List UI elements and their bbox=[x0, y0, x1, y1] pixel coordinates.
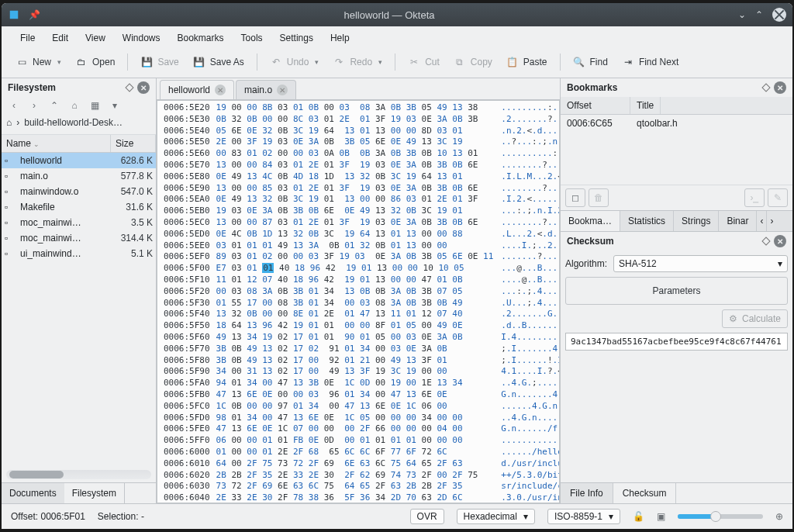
copy-icon: ⧉ bbox=[454, 56, 466, 68]
menu-edit[interactable]: Edit bbox=[44, 29, 76, 47]
file-row[interactable]: ▫moc_mainwi…3.5 K bbox=[2, 215, 156, 230]
tab-documents[interactable]: Documents bbox=[2, 483, 64, 503]
save-icon: 💾 bbox=[140, 56, 153, 68]
hash-output[interactable]: 9ac1347bad55167acbefbee95ce9f4c8c67f4476… bbox=[565, 333, 788, 351]
app-icon bbox=[8, 9, 20, 21]
zoom-slider[interactable] bbox=[678, 514, 763, 519]
file-icon: ▫ bbox=[5, 171, 16, 181]
undo-icon: ↶ bbox=[270, 56, 282, 68]
hex-editor[interactable]: 0006:5E20 0006:5E30 0006:5E40 0006:5E50 … bbox=[157, 100, 560, 503]
nav-back-icon[interactable]: ‹ bbox=[8, 100, 20, 111]
tab-statistics[interactable]: Statistics bbox=[620, 211, 674, 231]
file-row[interactable]: ▫ui_mainwind…5.1 K bbox=[2, 246, 156, 261]
menu-bookmarks[interactable]: Bookmarks bbox=[170, 29, 232, 47]
file-icon: ▫ bbox=[5, 248, 16, 259]
file-row[interactable]: ▫mainwindow.o547.0 K bbox=[2, 184, 156, 199]
col-name[interactable]: Name ⌄ bbox=[2, 135, 111, 152]
tab-filesystem[interactable]: Filesystem bbox=[64, 483, 125, 503]
status-ovr[interactable]: OVR bbox=[410, 509, 444, 524]
menubar: File Edit View Windows Bookmarks Tools S… bbox=[2, 26, 792, 50]
tab-strings[interactable]: Strings bbox=[674, 211, 719, 231]
detach-icon[interactable] bbox=[761, 237, 770, 245]
file-row[interactable]: ▫moc_mainwi…314.4 K bbox=[2, 230, 156, 246]
bookmark-delete-icon[interactable]: 🗑 bbox=[589, 188, 609, 207]
nav-up-icon[interactable]: ⌃ bbox=[48, 100, 60, 111]
algorithm-select[interactable]: SHA-512▾ bbox=[613, 255, 788, 272]
calculate-button[interactable]: ⚙Calculate bbox=[722, 309, 788, 328]
close-tab-icon[interactable]: ✕ bbox=[215, 85, 226, 95]
find-button[interactable]: 🔍Find bbox=[567, 53, 614, 71]
tab-file-info[interactable]: File Info bbox=[561, 483, 613, 503]
pin-icon[interactable]: 📌 bbox=[28, 9, 40, 21]
statusbar: Offset: 0006:5F01 Selection: - OVR Hexad… bbox=[2, 503, 792, 529]
close-pane-icon[interactable]: ✕ bbox=[137, 81, 150, 94]
tab-main-o[interactable]: main.o✕ bbox=[236, 80, 296, 99]
cut-button[interactable]: ✂Cut bbox=[402, 53, 446, 71]
bookmark-goto-icon[interactable]: ›⎯ bbox=[744, 188, 765, 207]
bookmark-edit-icon[interactable]: ✎ bbox=[768, 188, 788, 207]
menu-settings[interactable]: Settings bbox=[272, 29, 321, 47]
maximize-icon[interactable]: ⌃ bbox=[755, 9, 763, 20]
file-icon: ▫ bbox=[5, 155, 16, 166]
menu-help[interactable]: Help bbox=[323, 29, 357, 47]
nav-menu-icon[interactable]: ▾ bbox=[109, 100, 121, 111]
new-button[interactable]: ▭New▾ bbox=[9, 53, 67, 71]
close-icon[interactable] bbox=[772, 8, 786, 22]
algorithm-label: Algorithm: bbox=[565, 258, 607, 269]
new-icon: ▭ bbox=[16, 56, 28, 68]
detach-icon[interactable] bbox=[761, 83, 770, 92]
status-selection: Selection: - bbox=[98, 511, 144, 522]
search-icon: 🔍 bbox=[573, 56, 585, 68]
close-pane-icon[interactable]: ✕ bbox=[774, 81, 786, 94]
tab-checksum[interactable]: Checksum bbox=[613, 483, 677, 503]
chevron-down-icon: ▾ bbox=[778, 258, 782, 269]
tab-helloworld[interactable]: helloworld✕ bbox=[160, 80, 234, 99]
tab-scroll-left[interactable]: ‹ bbox=[757, 211, 767, 231]
open-button[interactable]: 🗀Open bbox=[69, 53, 121, 71]
charset-select[interactable]: ISO-8859-1▾ bbox=[547, 509, 620, 524]
minimize-icon[interactable]: ⌄ bbox=[738, 9, 746, 20]
menu-windows[interactable]: Windows bbox=[115, 29, 168, 47]
paste-button[interactable]: 📋Paste bbox=[500, 53, 554, 71]
redo-button[interactable]: ↷Redo▾ bbox=[326, 53, 388, 71]
col-size[interactable]: Size bbox=[111, 135, 156, 152]
save-button[interactable]: 💾Save bbox=[134, 53, 185, 71]
file-icon: ▫ bbox=[5, 186, 16, 197]
detach-icon[interactable] bbox=[125, 83, 133, 92]
nav-fwd-icon[interactable]: › bbox=[28, 100, 40, 111]
save-as-icon: 💾 bbox=[193, 56, 205, 68]
col-offset[interactable]: Offset bbox=[561, 97, 630, 114]
close-tab-icon[interactable]: ✕ bbox=[277, 85, 288, 95]
titlebar: 📌 helloworld — Okteta ⌄ ⌃ bbox=[2, 3, 792, 26]
file-row[interactable]: ▫main.o577.8 K bbox=[2, 168, 156, 184]
file-row[interactable]: ▫helloworld628.6 K bbox=[2, 153, 156, 168]
find-next-button[interactable]: ⇥Find Next bbox=[616, 53, 685, 71]
copy-button[interactable]: ⧉Copy bbox=[447, 53, 499, 71]
coding-select[interactable]: Hexadecimal▾ bbox=[457, 509, 535, 524]
tab-scroll-right[interactable]: › bbox=[767, 211, 776, 231]
nav-view-icon[interactable]: ▦ bbox=[88, 100, 101, 111]
zoom-reset-icon[interactable]: ⊕ bbox=[775, 511, 783, 522]
breadcrumb[interactable]: build-helloworld-Desk… bbox=[24, 117, 123, 128]
bookmark-row[interactable]: 0006:6C65 qtoolbar.h bbox=[561, 115, 792, 132]
fit-icon[interactable]: ▣ bbox=[657, 511, 665, 522]
menu-view[interactable]: View bbox=[78, 29, 113, 47]
tab-binary[interactable]: Binar bbox=[719, 211, 757, 231]
close-pane-icon[interactable]: ✕ bbox=[774, 235, 786, 247]
lock-icon[interactable]: 🔓 bbox=[633, 511, 644, 522]
checksum-title: Checksum bbox=[567, 236, 614, 247]
nav-home-icon[interactable]: ⌂ bbox=[68, 100, 81, 111]
bookmark-add-icon[interactable]: ◻ bbox=[565, 188, 585, 207]
col-title[interactable]: Title bbox=[630, 97, 661, 114]
save-as-button[interactable]: 💾Save As bbox=[187, 53, 250, 71]
h-scrollbar[interactable] bbox=[6, 470, 151, 479]
file-icon: ▫ bbox=[5, 202, 16, 212]
window-title: helloworld — Okteta bbox=[40, 9, 738, 21]
home-icon[interactable]: ⌂ bbox=[6, 117, 12, 128]
menu-tools[interactable]: Tools bbox=[233, 29, 271, 47]
menu-file[interactable]: File bbox=[12, 29, 43, 47]
toolbar: ▭New▾ 🗀Open 💾Save 💾Save As ↶Undo▾ ↷Redo▾… bbox=[2, 50, 792, 78]
tab-bookmarks[interactable]: Bookma… bbox=[561, 211, 620, 231]
file-row[interactable]: ▫Makefile31.6 K bbox=[2, 199, 156, 215]
undo-button[interactable]: ↶Undo▾ bbox=[264, 53, 326, 71]
